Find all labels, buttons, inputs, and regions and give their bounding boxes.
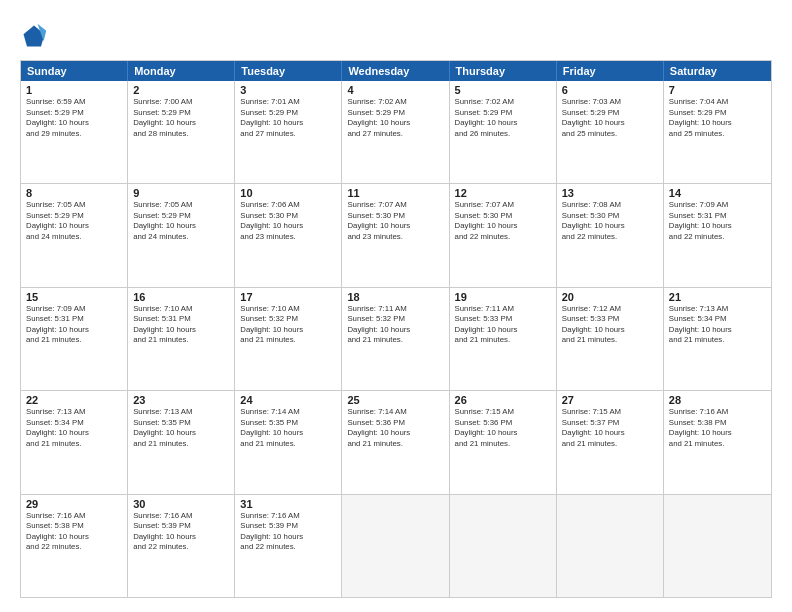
calendar-cell: 9Sunrise: 7:05 AM Sunset: 5:29 PM Daylig…	[128, 184, 235, 286]
day-info: Sunrise: 7:13 AM Sunset: 5:34 PM Dayligh…	[669, 304, 766, 346]
calendar-cell: 21Sunrise: 7:13 AM Sunset: 5:34 PM Dayli…	[664, 288, 771, 390]
day-info: Sunrise: 7:16 AM Sunset: 5:38 PM Dayligh…	[26, 511, 122, 553]
header-day-tuesday: Tuesday	[235, 61, 342, 81]
day-info: Sunrise: 7:04 AM Sunset: 5:29 PM Dayligh…	[669, 97, 766, 139]
day-info: Sunrise: 7:08 AM Sunset: 5:30 PM Dayligh…	[562, 200, 658, 242]
calendar-cell: 8Sunrise: 7:05 AM Sunset: 5:29 PM Daylig…	[21, 184, 128, 286]
calendar-cell: 18Sunrise: 7:11 AM Sunset: 5:32 PM Dayli…	[342, 288, 449, 390]
day-number: 9	[133, 187, 229, 199]
day-info: Sunrise: 7:06 AM Sunset: 5:30 PM Dayligh…	[240, 200, 336, 242]
calendar-cell: 11Sunrise: 7:07 AM Sunset: 5:30 PM Dayli…	[342, 184, 449, 286]
day-number: 11	[347, 187, 443, 199]
day-info: Sunrise: 7:02 AM Sunset: 5:29 PM Dayligh…	[347, 97, 443, 139]
calendar-cell	[557, 495, 664, 597]
day-number: 3	[240, 84, 336, 96]
day-info: Sunrise: 7:09 AM Sunset: 5:31 PM Dayligh…	[669, 200, 766, 242]
day-number: 23	[133, 394, 229, 406]
calendar-row-4: 22Sunrise: 7:13 AM Sunset: 5:34 PM Dayli…	[21, 391, 771, 494]
day-info: Sunrise: 7:09 AM Sunset: 5:31 PM Dayligh…	[26, 304, 122, 346]
header-day-monday: Monday	[128, 61, 235, 81]
day-info: Sunrise: 7:13 AM Sunset: 5:35 PM Dayligh…	[133, 407, 229, 449]
header	[20, 18, 772, 50]
calendar-cell: 20Sunrise: 7:12 AM Sunset: 5:33 PM Dayli…	[557, 288, 664, 390]
day-number: 1	[26, 84, 122, 96]
calendar-cell: 22Sunrise: 7:13 AM Sunset: 5:34 PM Dayli…	[21, 391, 128, 493]
calendar-row-1: 1Sunrise: 6:59 AM Sunset: 5:29 PM Daylig…	[21, 81, 771, 184]
calendar-cell: 29Sunrise: 7:16 AM Sunset: 5:38 PM Dayli…	[21, 495, 128, 597]
day-number: 8	[26, 187, 122, 199]
day-number: 4	[347, 84, 443, 96]
day-number: 15	[26, 291, 122, 303]
calendar-row-3: 15Sunrise: 7:09 AM Sunset: 5:31 PM Dayli…	[21, 288, 771, 391]
calendar-cell: 26Sunrise: 7:15 AM Sunset: 5:36 PM Dayli…	[450, 391, 557, 493]
header-day-thursday: Thursday	[450, 61, 557, 81]
day-info: Sunrise: 7:16 AM Sunset: 5:39 PM Dayligh…	[133, 511, 229, 553]
day-number: 20	[562, 291, 658, 303]
day-number: 21	[669, 291, 766, 303]
calendar-cell: 13Sunrise: 7:08 AM Sunset: 5:30 PM Dayli…	[557, 184, 664, 286]
calendar-cell: 5Sunrise: 7:02 AM Sunset: 5:29 PM Daylig…	[450, 81, 557, 183]
calendar-cell: 31Sunrise: 7:16 AM Sunset: 5:39 PM Dayli…	[235, 495, 342, 597]
calendar-cell: 6Sunrise: 7:03 AM Sunset: 5:29 PM Daylig…	[557, 81, 664, 183]
logo-icon	[20, 22, 48, 50]
header-day-friday: Friday	[557, 61, 664, 81]
day-info: Sunrise: 7:11 AM Sunset: 5:32 PM Dayligh…	[347, 304, 443, 346]
day-number: 13	[562, 187, 658, 199]
calendar-row-2: 8Sunrise: 7:05 AM Sunset: 5:29 PM Daylig…	[21, 184, 771, 287]
day-number: 30	[133, 498, 229, 510]
calendar-row-5: 29Sunrise: 7:16 AM Sunset: 5:38 PM Dayli…	[21, 495, 771, 597]
calendar-body: 1Sunrise: 6:59 AM Sunset: 5:29 PM Daylig…	[21, 81, 771, 597]
calendar-cell: 7Sunrise: 7:04 AM Sunset: 5:29 PM Daylig…	[664, 81, 771, 183]
day-info: Sunrise: 7:03 AM Sunset: 5:29 PM Dayligh…	[562, 97, 658, 139]
day-number: 19	[455, 291, 551, 303]
day-info: Sunrise: 7:16 AM Sunset: 5:39 PM Dayligh…	[240, 511, 336, 553]
day-info: Sunrise: 7:15 AM Sunset: 5:37 PM Dayligh…	[562, 407, 658, 449]
day-info: Sunrise: 7:16 AM Sunset: 5:38 PM Dayligh…	[669, 407, 766, 449]
day-info: Sunrise: 7:07 AM Sunset: 5:30 PM Dayligh…	[347, 200, 443, 242]
day-number: 26	[455, 394, 551, 406]
day-info: Sunrise: 7:11 AM Sunset: 5:33 PM Dayligh…	[455, 304, 551, 346]
day-info: Sunrise: 7:00 AM Sunset: 5:29 PM Dayligh…	[133, 97, 229, 139]
day-number: 22	[26, 394, 122, 406]
calendar-cell: 30Sunrise: 7:16 AM Sunset: 5:39 PM Dayli…	[128, 495, 235, 597]
day-info: Sunrise: 7:12 AM Sunset: 5:33 PM Dayligh…	[562, 304, 658, 346]
calendar-cell: 16Sunrise: 7:10 AM Sunset: 5:31 PM Dayli…	[128, 288, 235, 390]
day-info: Sunrise: 7:02 AM Sunset: 5:29 PM Dayligh…	[455, 97, 551, 139]
day-info: Sunrise: 7:15 AM Sunset: 5:36 PM Dayligh…	[455, 407, 551, 449]
header-day-saturday: Saturday	[664, 61, 771, 81]
day-number: 27	[562, 394, 658, 406]
calendar-cell: 12Sunrise: 7:07 AM Sunset: 5:30 PM Dayli…	[450, 184, 557, 286]
calendar-cell: 4Sunrise: 7:02 AM Sunset: 5:29 PM Daylig…	[342, 81, 449, 183]
day-number: 2	[133, 84, 229, 96]
calendar-cell: 17Sunrise: 7:10 AM Sunset: 5:32 PM Dayli…	[235, 288, 342, 390]
day-info: Sunrise: 7:14 AM Sunset: 5:35 PM Dayligh…	[240, 407, 336, 449]
calendar-cell: 24Sunrise: 7:14 AM Sunset: 5:35 PM Dayli…	[235, 391, 342, 493]
day-number: 5	[455, 84, 551, 96]
day-info: Sunrise: 7:05 AM Sunset: 5:29 PM Dayligh…	[26, 200, 122, 242]
day-info: Sunrise: 7:05 AM Sunset: 5:29 PM Dayligh…	[133, 200, 229, 242]
day-number: 16	[133, 291, 229, 303]
calendar-cell: 23Sunrise: 7:13 AM Sunset: 5:35 PM Dayli…	[128, 391, 235, 493]
day-number: 25	[347, 394, 443, 406]
day-number: 10	[240, 187, 336, 199]
day-number: 17	[240, 291, 336, 303]
calendar-cell	[664, 495, 771, 597]
calendar-cell: 19Sunrise: 7:11 AM Sunset: 5:33 PM Dayli…	[450, 288, 557, 390]
calendar-cell	[450, 495, 557, 597]
calendar-cell: 10Sunrise: 7:06 AM Sunset: 5:30 PM Dayli…	[235, 184, 342, 286]
day-number: 6	[562, 84, 658, 96]
day-info: Sunrise: 6:59 AM Sunset: 5:29 PM Dayligh…	[26, 97, 122, 139]
calendar-cell: 2Sunrise: 7:00 AM Sunset: 5:29 PM Daylig…	[128, 81, 235, 183]
calendar-cell: 14Sunrise: 7:09 AM Sunset: 5:31 PM Dayli…	[664, 184, 771, 286]
calendar-cell: 1Sunrise: 6:59 AM Sunset: 5:29 PM Daylig…	[21, 81, 128, 183]
calendar-cell: 28Sunrise: 7:16 AM Sunset: 5:38 PM Dayli…	[664, 391, 771, 493]
calendar-cell	[342, 495, 449, 597]
day-number: 12	[455, 187, 551, 199]
day-number: 28	[669, 394, 766, 406]
day-number: 14	[669, 187, 766, 199]
calendar-cell: 15Sunrise: 7:09 AM Sunset: 5:31 PM Dayli…	[21, 288, 128, 390]
day-info: Sunrise: 7:10 AM Sunset: 5:32 PM Dayligh…	[240, 304, 336, 346]
calendar: SundayMondayTuesdayWednesdayThursdayFrid…	[20, 60, 772, 598]
day-info: Sunrise: 7:01 AM Sunset: 5:29 PM Dayligh…	[240, 97, 336, 139]
day-info: Sunrise: 7:14 AM Sunset: 5:36 PM Dayligh…	[347, 407, 443, 449]
